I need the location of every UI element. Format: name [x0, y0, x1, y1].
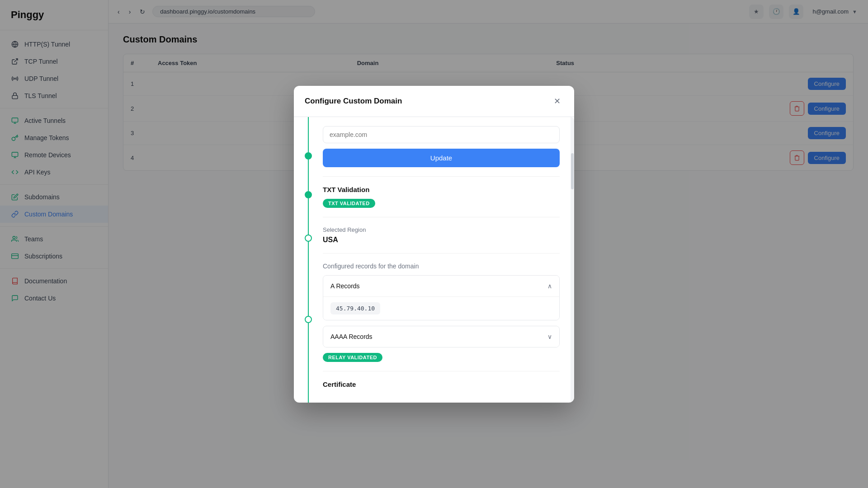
txt-validated-badge: TXT VALIDATED — [323, 199, 375, 208]
relay-validated-badge: RELAY VALIDATED — [323, 353, 382, 362]
a-records-accordion: A Records 45.79.40.10 — [323, 275, 560, 320]
modal-overlay[interactable]: Configure Custom Domain ✕ — [0, 0, 868, 488]
timeline-dot-cert — [305, 316, 312, 323]
modal-header: Configure Custom Domain ✕ — [294, 86, 574, 117]
a-records-chevron-icon — [547, 282, 552, 290]
timeline-rail — [294, 117, 323, 403]
modal-title: Configure Custom Domain — [305, 97, 402, 106]
scrollbar-track — [571, 117, 574, 403]
modal-body: Update TXT Validation TXT VALIDATED Sele… — [294, 117, 574, 403]
a-record-ip: 45.79.40.10 — [330, 302, 380, 314]
txt-validation-title: TXT Validation — [323, 186, 560, 193]
a-records-header[interactable]: A Records — [323, 276, 559, 296]
records-title: Configured records for the domain — [323, 263, 560, 270]
domain-input[interactable] — [323, 126, 560, 143]
a-records-body: 45.79.40.10 — [323, 296, 559, 320]
certificate-title: Certificate — [323, 380, 560, 388]
aaaa-records-header[interactable]: AAAA Records — [323, 326, 559, 347]
timeline-dot-records — [305, 235, 312, 242]
selected-region-section: Selected Region USA — [323, 217, 560, 253]
timeline-container: Update TXT Validation TXT VALIDATED Sele… — [294, 117, 571, 403]
aaaa-records-chevron-icon — [547, 333, 552, 341]
aaaa-records-title: AAAA Records — [330, 333, 373, 340]
scrollbar-thumb — [571, 153, 574, 189]
update-button[interactable]: Update — [323, 149, 560, 167]
configured-records-section: Configured records for the domain A Reco… — [323, 253, 560, 371]
txt-validation-section: TXT Validation TXT VALIDATED — [323, 177, 560, 217]
a-records-title: A Records — [330, 282, 360, 290]
selected-region-value: USA — [323, 236, 560, 244]
timeline-dot-txt — [305, 152, 312, 160]
aaaa-records-accordion: AAAA Records — [323, 326, 560, 347]
certificate-section: Certificate — [323, 371, 560, 403]
configure-custom-domain-modal: Configure Custom Domain ✕ — [294, 86, 574, 403]
selected-region-label: Selected Region — [323, 226, 560, 233]
modal-content: Update TXT Validation TXT VALIDATED Sele… — [323, 117, 571, 403]
domain-section: Update — [323, 117, 560, 177]
timeline-line — [308, 117, 309, 403]
timeline-dot-region — [305, 191, 312, 198]
modal-close-button[interactable]: ✕ — [551, 95, 563, 108]
relay-badge-container: RELAY VALIDATED — [323, 353, 560, 362]
